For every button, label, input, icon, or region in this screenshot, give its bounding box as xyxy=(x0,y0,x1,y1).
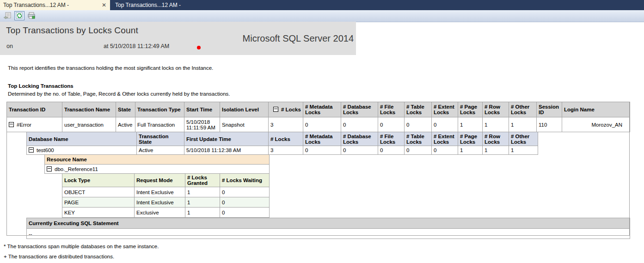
lock-row-object: OBJECT Intent Exclusive 1 0 xyxy=(62,187,270,197)
recording-dot-icon xyxy=(197,46,201,49)
col-extent-locks: # Extent Locks xyxy=(432,132,458,146)
report-description: This report identifies the transactions … xyxy=(8,65,213,71)
col-lock-type: Lock Type xyxy=(62,174,135,187)
session-id-cell: 110 xyxy=(537,117,562,132)
col-database-locks: # Database Locks xyxy=(341,102,378,117)
col-file-locks: # File Locks xyxy=(378,102,405,117)
table-locks-cell: 0 xyxy=(405,117,432,132)
report-header: Top Transactions by Locks Count on at 5/… xyxy=(0,22,356,55)
print-icon[interactable] xyxy=(26,11,37,20)
other-locks-cell: 1 xyxy=(509,146,538,155)
database-locks-cell: 0 xyxy=(341,146,378,155)
transactions-header-row: Transaction ID Transaction Name State Tr… xyxy=(7,102,630,117)
page-locks-cell: 1 xyxy=(458,117,483,132)
locks-waiting-cell: 0 xyxy=(220,208,270,218)
refresh-icon[interactable] xyxy=(14,11,25,20)
footnote-distributed: + The transactions are distributed trans… xyxy=(4,254,114,259)
collapse-icon[interactable] xyxy=(9,122,14,127)
state-cell: Active xyxy=(116,117,135,132)
metadata-locks-cell: 0 xyxy=(303,117,341,132)
collapse-icon[interactable] xyxy=(273,107,278,112)
report-body: Transaction ID Transaction Name State Tr… xyxy=(6,102,630,236)
file-locks-cell: 0 xyxy=(378,146,405,155)
transaction-name-cell: user_transaction xyxy=(62,117,116,132)
request-mode-cell: Exclusive xyxy=(135,208,185,218)
navigate-back-icon[interactable] xyxy=(2,11,12,20)
transaction-state-cell: Active xyxy=(137,146,184,155)
col-start-time: Start Time xyxy=(184,102,220,117)
col-database-locks: # Database Locks xyxy=(341,132,378,146)
request-mode-cell: Intent Exclusive xyxy=(135,187,185,197)
col-transaction-type: Transaction Type xyxy=(135,102,184,117)
col-other-locks: # Other Locks xyxy=(509,102,537,117)
col-isolation-level: Isolation Level xyxy=(220,102,269,117)
transactions-table: Transaction ID Transaction Name State Tr… xyxy=(6,102,630,132)
transaction-row: #Error user_transaction Active Full Tran… xyxy=(7,117,630,132)
lock-row-key: KEY Exclusive 1 0 xyxy=(62,208,270,218)
tab-label: Top Transactions...12 AM - xyxy=(3,2,69,8)
col-request-mode: Request Mode xyxy=(135,174,185,187)
col-first-update-time: First Update Time xyxy=(184,132,269,146)
extent-locks-cell: 0 xyxy=(432,117,458,132)
sql-statement-row: -- xyxy=(27,229,630,239)
collapse-icon[interactable] xyxy=(29,147,34,153)
col-database-name: Database Name xyxy=(27,132,137,146)
col-locks: # Locks xyxy=(269,102,303,117)
col-table-locks: # Table Locks xyxy=(405,102,432,117)
footnote-span-databases: * The transactions span multiple databas… xyxy=(4,244,159,249)
databases-table: Database Name Transaction State First Up… xyxy=(26,132,538,155)
tab-top-transactions-active[interactable]: Top Transactions...12 AM - ✕ xyxy=(0,0,110,10)
col-locks: # Locks xyxy=(269,132,303,146)
sql-statement-header-row: Currently Executing SQL Statement xyxy=(27,218,630,229)
collapse-icon[interactable] xyxy=(47,166,52,171)
locks-granted-cell: 1 xyxy=(185,197,220,208)
col-resource-name: Resource Name xyxy=(45,155,270,165)
file-locks-cell: 0 xyxy=(378,117,405,132)
resource-name-cell: dbo._Reference11 xyxy=(45,165,270,174)
tab-top-transactions-inactive[interactable]: Top Transactions...12 AM - xyxy=(115,0,181,10)
server-on-label: on xyxy=(6,43,13,49)
col-table-locks: # Table Locks xyxy=(405,132,432,146)
col-state: State xyxy=(116,102,135,117)
metadata-locks-cell: 0 xyxy=(303,146,341,155)
document-tabstrip: Top Transactions...12 AM - ✕ Top Transac… xyxy=(0,0,644,10)
resource-header-row: Resource Name xyxy=(45,155,270,165)
first-update-time-cell: 5/10/2018 11:12:38 AM xyxy=(184,146,269,155)
locks-header-row: Lock Type Request Mode # Locks Granted #… xyxy=(62,174,270,187)
lock-type-cell: KEY xyxy=(62,208,135,218)
transaction-type-cell: Full Transaction xyxy=(135,117,184,132)
report-timestamp: at 5/10/2018 11:12:49 AM xyxy=(104,43,169,49)
sql-statement-value: -- xyxy=(27,229,630,239)
col-transaction-name: Transaction Name xyxy=(62,102,116,117)
col-extent-locks: # Extent Locks xyxy=(432,102,458,117)
sql-statement-table: Currently Executing SQL Statement -- xyxy=(26,218,630,239)
table-locks-cell: 0 xyxy=(405,146,432,155)
section-title: Top Locking Transactions xyxy=(8,83,74,89)
col-locks-granted: # Locks Granted xyxy=(185,174,220,187)
locks-table: Lock Type Request Mode # Locks Granted #… xyxy=(62,173,270,218)
col-transaction-state: Transaction State xyxy=(137,132,184,146)
start-time-cell: 5/10/2018 11:11:59 AM xyxy=(184,117,220,132)
request-mode-cell: Intent Exclusive xyxy=(135,197,185,208)
col-row-locks: # Row Locks xyxy=(483,132,509,146)
tab-label: Top Transactions...12 AM - xyxy=(115,2,181,8)
lock-type-cell: PAGE xyxy=(62,197,135,208)
report-title: Top Transactions by Locks Count xyxy=(6,25,138,36)
row-locks-cell: 1 xyxy=(483,146,509,155)
page-locks-cell: 1 xyxy=(458,146,483,155)
other-locks-cell: 1 xyxy=(509,117,537,132)
isolation-level-cell: Snapshot xyxy=(220,117,269,132)
col-page-locks: # Page Locks xyxy=(458,102,483,117)
database-locks-cell: 0 xyxy=(341,117,378,132)
close-icon[interactable]: ✕ xyxy=(102,0,106,10)
database-row: test600 Active 5/10/2018 11:12:38 AM 3 0… xyxy=(27,146,538,155)
col-session-id: Session ID xyxy=(537,102,562,117)
section-subtitle: Determined by the no. of Table, Page, Re… xyxy=(8,91,230,97)
col-login-name: Login Name xyxy=(562,102,630,117)
ssms-report-window: Top Transactions...12 AM - ✕ Top Transac… xyxy=(0,0,644,263)
resource-table: Resource Name dbo._Reference11 xyxy=(44,154,270,174)
col-other-locks: # Other Locks xyxy=(509,132,538,146)
col-locks-waiting: # Locks Waiting xyxy=(220,174,270,187)
product-name: Microsoft SQL Server 2014 xyxy=(243,33,354,44)
resource-row: dbo._Reference11 xyxy=(45,165,270,174)
